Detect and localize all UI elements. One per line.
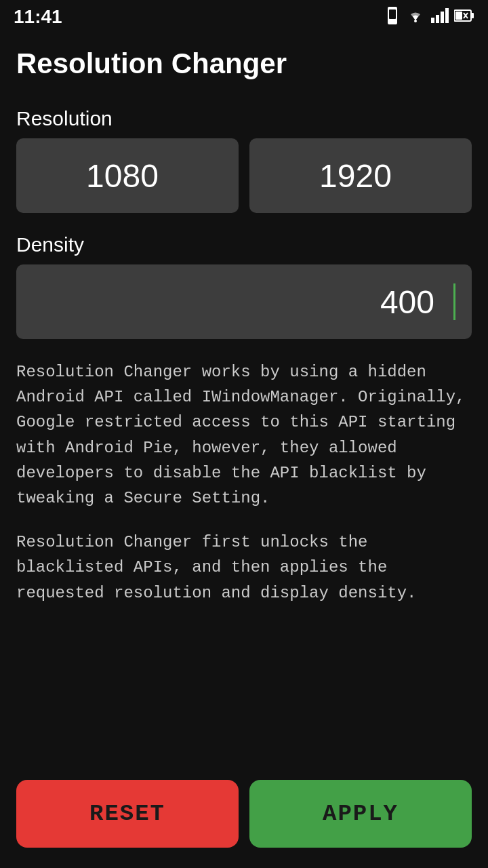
svg-rect-4 xyxy=(436,15,439,23)
apply-button[interactable]: APPLY xyxy=(249,780,472,848)
svg-rect-8 xyxy=(471,13,474,18)
description-paragraph-2: Resolution Changer first unlocks the bla… xyxy=(16,530,472,606)
resolution-width-input[interactable] xyxy=(16,157,239,195)
reset-button[interactable]: RESET xyxy=(16,780,239,848)
resolution-height-input[interactable] xyxy=(249,157,472,195)
description-paragraph-1: Resolution Changer works by using a hidd… xyxy=(16,359,472,511)
resolution-row xyxy=(16,138,472,213)
svg-rect-3 xyxy=(431,18,434,23)
density-input[interactable] xyxy=(16,283,451,321)
resolution-width-box xyxy=(16,138,239,213)
resolution-label: Resolution xyxy=(16,107,472,130)
battery-icon xyxy=(454,8,474,26)
status-time: 11:41 xyxy=(14,6,62,28)
svg-rect-1 xyxy=(389,9,396,19)
svg-point-2 xyxy=(414,20,417,22)
wifi-icon xyxy=(405,8,426,26)
bottom-buttons: RESET APPLY xyxy=(0,766,488,868)
density-input-box xyxy=(16,264,472,339)
svg-rect-5 xyxy=(441,12,444,23)
svg-rect-6 xyxy=(445,8,449,23)
density-section: Density xyxy=(16,233,472,339)
cursor-indicator xyxy=(453,283,455,320)
page-title: Resolution Changer xyxy=(16,47,472,80)
status-bar: 11:41 xyxy=(0,0,488,34)
resolution-section: Resolution xyxy=(16,107,472,213)
svg-rect-9 xyxy=(455,12,462,20)
sim-icon xyxy=(385,7,400,28)
density-label: Density xyxy=(16,233,472,256)
main-content: Resolution Changer Resolution Density Re… xyxy=(0,34,488,748)
signal-icon xyxy=(431,8,449,26)
status-icons xyxy=(385,7,474,28)
resolution-height-box xyxy=(249,138,472,213)
description-block: Resolution Changer works by using a hidd… xyxy=(16,359,472,606)
